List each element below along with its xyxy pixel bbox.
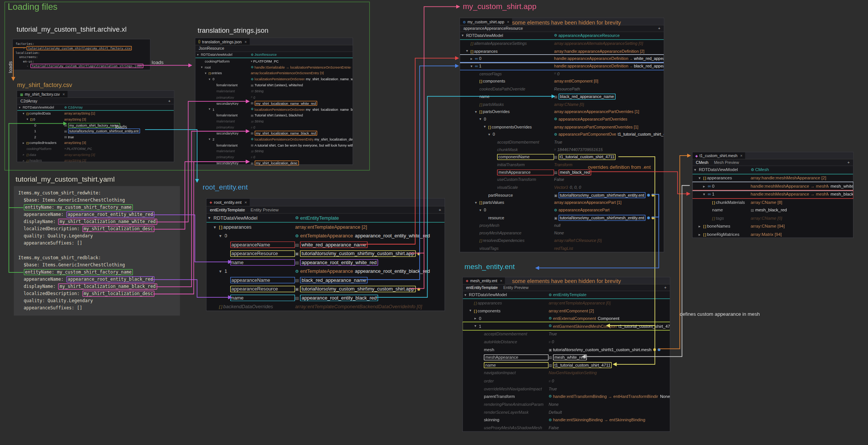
close-tab-icon[interactable]: × <box>63 92 65 96</box>
tree-row-maleVariant[interactable]: maleVariant▤String <box>196 148 353 154</box>
view-tab-ententitytemplate[interactable]: entEntityTemplate <box>466 285 498 290</box>
expander-icon[interactable]: ▸ <box>698 232 703 237</box>
tree-row-appearances[interactable]: ▾[ ]appearancesarray:handle:appearanceAp… <box>460 47 664 55</box>
tree-row-name[interactable]: name▤appearance_root_entity_black_red <box>206 294 445 303</box>
tree-row-components[interactable]: [ ]componentsarray:entIComponent [0] <box>460 78 664 85</box>
tree-row-headers[interactable]: ▸[ ]headersarrayString [3] <box>17 158 174 164</box>
tree-row-0[interactable]: ▸0⚙entExternalComponentComponent <box>463 315 670 323</box>
close-tab-icon[interactable]: × <box>740 154 743 158</box>
expander-icon[interactable]: ▾ <box>694 167 699 172</box>
tree-row-appearances[interactable]: ▾[ ]appearancesarray:entTemplateAppearan… <box>206 223 445 232</box>
tree-row-secondaryKey[interactable]: secondaryKey▤my_shirt_localization_name_… <box>196 130 353 136</box>
tab-mesh-entity[interactable]: ❖ mesh_entity.ent × <box>463 277 505 284</box>
expander-icon[interactable]: ▸ <box>703 184 708 188</box>
tree-row-1[interactable]: 1▤tutorial\torso\my_custom_shirt\root_en… <box>17 128 174 134</box>
tree-row-primaryKey[interactable]: primaryKey#0 <box>196 94 353 100</box>
tree-row-femaleVariant[interactable]: femaleVariant▤A tutorial shirt. Can be w… <box>196 142 353 148</box>
expander-icon[interactable]: ▾ <box>219 233 225 238</box>
add-view-icon[interactable]: + <box>664 285 666 290</box>
expander-icon[interactable]: ▾ <box>479 117 484 122</box>
tree-row-partResource[interactable]: partResource▣tutorial\torso\my_custom_sh… <box>460 191 664 199</box>
tree-row-resolvedDependencies[interactable]: [ ]resolvedDependenciesarray:raRef:CReso… <box>460 237 664 244</box>
tree-row-name[interactable]: name▤black_red_appearance_name <box>460 93 664 100</box>
tree-row-meshAppearance[interactable]: meshAppearance▤mesh_white_red <box>463 354 670 362</box>
expander-icon[interactable]: ▸ <box>23 159 26 162</box>
expander-icon[interactable]: ▾ <box>475 200 480 205</box>
expander-icon[interactable]: ▾ <box>197 53 201 57</box>
resource-action-icon[interactable] <box>417 252 420 255</box>
tree-row-renderingPlaneAnimationParam[interactable]: renderingPlaneAnimationParamNone <box>463 401 670 408</box>
expander-icon[interactable]: ▾ <box>466 49 471 54</box>
expander-icon[interactable]: ▾ <box>209 77 212 81</box>
tree-row-primaryKey[interactable]: primaryKey#0 <box>196 124 353 130</box>
tree-row-entries[interactable]: ▾[ ]entriesarray:localizationPersistence… <box>196 70 353 76</box>
tree-row-chunkMaterials[interactable]: [ ]chunkMaterialsarray:CName [8] <box>692 198 853 206</box>
tree-row-cookedDataPathOverride[interactable]: cookedDataPathOverrideResourcePath <box>460 85 664 93</box>
tree-row-useCustomTransform[interactable]: useCustomTransformFalse <box>460 176 664 184</box>
tree-row-RDTDataViewModel[interactable]: ▾RDTDataViewModel⚙appearanceAppearanceRe… <box>460 32 664 40</box>
tree-row-0[interactable]: ▾0⚙appearancePartComponentOverridest1_tu… <box>460 131 664 138</box>
tree-row-componentsOverrides[interactable]: ▾[ ]componentsOverridesarray:appearanceP… <box>460 123 664 131</box>
tree-row-visualScale[interactable]: visualScaleVector30, 0, 0 <box>460 184 664 191</box>
tree-row-useProxyMeshAsShadowMesh[interactable]: useProxyMeshAsShadowMeshFalse <box>463 424 670 432</box>
resource-action-icon[interactable] <box>652 194 654 196</box>
tree-row-navigationImpact[interactable]: navigationImpactNavGenNavigationSetting <box>463 369 670 377</box>
tree-row-name[interactable]: name▤appearance_root_entity_white_red <box>206 258 445 267</box>
tree-row-acceptDismemberment[interactable]: acceptDismembermentTrue <box>460 138 664 146</box>
expander-icon[interactable]: ▾ <box>484 125 488 129</box>
add-icon[interactable]: + <box>658 26 660 31</box>
expander-icon[interactable]: ▾ <box>219 269 225 274</box>
tree-row-acceptDismemberment[interactable]: acceptDismembermentTrue <box>463 330 670 338</box>
tree-row-censorFlags[interactable]: censorFlags#0 <box>460 70 664 78</box>
tree-row-boneNames[interactable]: ▸[ ]boneNamesarray:CName [94] <box>692 222 853 230</box>
tree-row-components[interactable]: ▾[ ]componentsarray:entIComponent [2] <box>463 307 670 315</box>
tree-row-cookingPlatform[interactable]: cookingPlatform▾PLATFORM_PC <box>17 146 174 152</box>
tree-row-0[interactable]: 0▤my_custom_shirt_factory_name <box>17 122 174 128</box>
tree-row-proxyMesh[interactable]: proxyMeshnull <box>460 222 664 229</box>
tree-row-partsValues[interactable]: ▾[ ]partsValuesarray:appearanceAppearanc… <box>460 199 664 206</box>
close-tab-icon[interactable]: × <box>245 200 247 205</box>
tree-row-secondaryKey[interactable]: secondaryKey▤my_shirt_localization_desc <box>196 160 353 166</box>
resource-action-icon[interactable] <box>647 194 650 196</box>
expander-icon[interactable]: ▾ <box>475 110 480 114</box>
tree-row-secondaryKey[interactable]: secondaryKey▤my_shirt_localization_name_… <box>196 100 353 106</box>
close-tab-icon[interactable]: × <box>500 279 502 283</box>
expander-icon[interactable]: ▾ <box>698 176 703 180</box>
view-tab-mesh-preview[interactable]: Mesh Preview <box>714 160 739 165</box>
tree-row-0[interactable]: ▾[ ]0arrayString [3] <box>17 116 174 122</box>
tree-row-parentTransform[interactable]: parentTransform⚙handle:entITransformBind… <box>463 393 670 401</box>
expander-icon[interactable]: ▾ <box>19 106 23 109</box>
tree-row-1[interactable]: ▾∞1handle:meshMeshAppearance → meshMeshA… <box>692 190 853 198</box>
tree-row-proxyMeshAppearance[interactable]: proxyMeshAppearanceNone <box>460 229 664 237</box>
expander-icon[interactable]: ▾ <box>27 118 31 121</box>
tree-row-0[interactable]: ▾0⚙entTemplateAppearanceappearance_root_… <box>206 231 445 240</box>
tree-row-1[interactable]: ▾1⚙entGarmentSkinnedMeshComponentt1_tuto… <box>463 323 670 330</box>
tree-row-0[interactable]: ▾0⚙appearanceAppearancePartOverrides <box>460 115 664 123</box>
add-icon[interactable]: + <box>168 99 170 104</box>
view-tab-cmesh[interactable]: CMesh <box>696 160 708 165</box>
tree-row-cookingPlatform[interactable]: cookingPlatform▾PLATFORM_PC <box>196 58 353 64</box>
tree-row-0[interactable]: ▸∞0handle:meshMeshAppearance → meshMeshA… <box>692 182 853 190</box>
tree-row-primaryKey[interactable]: primaryKey#0 <box>196 154 353 160</box>
tree-row-renderSceneLayerMask[interactable]: renderSceneLayerMaskDefault <box>463 408 670 416</box>
tree-row-0[interactable]: ▾0⚙localizationPersistenceOnScreenEntry … <box>196 76 353 82</box>
tree-row-1[interactable]: ▾1⚙localizationPersistenceOnScreenEntry … <box>196 106 353 112</box>
tree-row-name[interactable]: name▤t1_tutorial_custom_shirt_4711 <box>463 361 670 369</box>
expander-icon[interactable]: ▾ <box>479 208 484 213</box>
resource-action-icon[interactable] <box>653 349 656 351</box>
expander-icon[interactable]: ▾ <box>209 107 212 111</box>
tree-row-name[interactable]: name▤mesh_black_red <box>692 206 853 214</box>
tab-app[interactable]: ⚙ my_custom_shirt.app × <box>460 18 512 25</box>
expander-icon[interactable]: ▸ <box>474 317 479 321</box>
expander-icon[interactable]: ▾ <box>471 64 475 69</box>
tree-row-appearances[interactable]: [ ]appearancesarray:entTemplateAppearanc… <box>463 299 670 307</box>
tree-row-compiledHeaders[interactable]: ▸[ ]compiledHeadersarrayString [3] <box>17 140 174 146</box>
tree-row-alternateAppearanceSettings[interactable]: [ ]alternateAppearanceSettingsarray:appe… <box>460 40 664 47</box>
tree-row-visualTags[interactable]: visualTagsredTagList <box>460 244 664 252</box>
tree-row-componentName[interactable]: componentName▤t1_tutorial_custom_shirt_4… <box>460 153 664 161</box>
tab-root-entity[interactable]: ❖ root_entity.ent × <box>206 199 250 206</box>
tree-row-1[interactable]: ▾∞1handle:appearanceAppearanceDefinition… <box>460 63 664 70</box>
tree-row-maleVariant[interactable]: maleVariant▤String <box>196 88 353 94</box>
tree-row-partsOverrides[interactable]: ▾[ ]partsOverridesarray:appearanceAppear… <box>460 108 664 115</box>
tree-row-overrideMeshNavigationImpact[interactable]: overrideMeshNavigationImpactTrue <box>463 385 670 393</box>
